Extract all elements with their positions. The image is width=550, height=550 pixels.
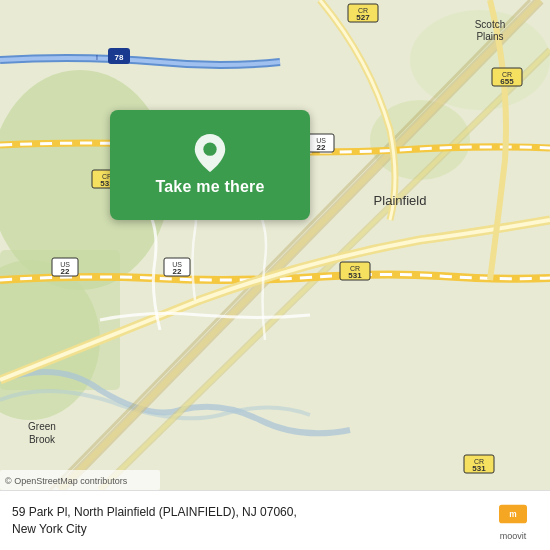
- address-line1: 59 Park Pl, North Plainfield (PLAINFIELD…: [12, 505, 297, 519]
- svg-text:Green: Green: [28, 421, 56, 432]
- svg-text:m: m: [509, 509, 516, 519]
- svg-text:Plainfield: Plainfield: [374, 193, 427, 208]
- location-card[interactable]: Take me there: [110, 110, 310, 220]
- svg-text:Brook: Brook: [29, 434, 56, 445]
- svg-text:22: 22: [61, 267, 70, 276]
- svg-text:531: 531: [348, 271, 362, 280]
- take-me-there-button[interactable]: Take me there: [155, 178, 264, 196]
- address-text: 59 Park Pl, North Plainfield (PLAINFIELD…: [12, 504, 480, 538]
- svg-point-45: [203, 143, 216, 156]
- bottom-bar: 59 Park Pl, North Plainfield (PLAINFIELD…: [0, 490, 550, 550]
- moovit-label: moovit: [500, 531, 527, 541]
- svg-text:I: I: [96, 54, 98, 61]
- svg-text:Scotch: Scotch: [475, 19, 506, 30]
- svg-text:Plains: Plains: [476, 31, 503, 42]
- svg-text:22: 22: [317, 143, 326, 152]
- location-pin-icon: [194, 134, 226, 172]
- svg-text:655: 655: [500, 77, 514, 86]
- address-section: 59 Park Pl, North Plainfield (PLAINFIELD…: [12, 504, 480, 538]
- map-container[interactable]: 78 I US 22 US 22 US 22 CR 531 CR 531 CR …: [0, 0, 550, 490]
- svg-text:78: 78: [115, 53, 124, 62]
- svg-text:531: 531: [472, 464, 486, 473]
- address-city: New York City: [12, 522, 87, 536]
- svg-text:527: 527: [356, 13, 370, 22]
- moovit-logo[interactable]: m moovit: [488, 500, 538, 541]
- map-background: 78 I US 22 US 22 US 22 CR 531 CR 531 CR …: [0, 0, 550, 490]
- svg-text:© OpenStreetMap contributors: © OpenStreetMap contributors: [5, 476, 128, 486]
- moovit-icon: m: [499, 500, 527, 528]
- svg-text:22: 22: [173, 267, 182, 276]
